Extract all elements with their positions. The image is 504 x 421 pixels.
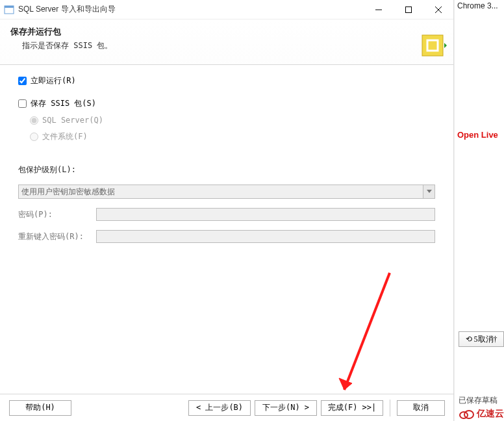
window-title: SQL Server 导入和导出向导 <box>18 4 364 15</box>
protection-row: 包保护级别(L): <box>18 164 435 175</box>
protection-label: 包保护级别(L): <box>18 164 93 175</box>
wizard-header: 保存并运行包 指示是否保存 SSIS 包。 <box>0 19 453 65</box>
wizard-body: 立即运行(R) 保存 SSIS 包(S) SQL Server(Q) 文件系统(… <box>0 65 453 243</box>
help-button[interactable]: 帮助(H) <box>9 400 71 416</box>
run-now-checkbox[interactable] <box>18 77 27 85</box>
filesystem-radio-row: 文件系统(F) <box>30 131 435 142</box>
filesystem-radio <box>30 133 38 141</box>
titlebar: SQL Server 导入和导出向导 <box>0 0 453 19</box>
svg-point-13 <box>464 411 473 418</box>
svg-marker-9 <box>427 190 432 193</box>
svg-marker-8 <box>444 43 447 48</box>
password-row: 密码(P): <box>18 208 435 221</box>
password-label: 密码(P): <box>18 209 96 220</box>
package-icon <box>418 31 447 60</box>
separator <box>390 400 390 416</box>
back-button[interactable]: < 上一步(B) <box>188 400 251 416</box>
wizard-footer: 帮助(H) < 上一步(B) 下一步(N) > 完成(F) >>| 取消 <box>0 394 454 421</box>
svg-rect-6 <box>422 35 443 56</box>
next-button[interactable]: 下一步(N) > <box>255 400 317 416</box>
chevron-down-icon <box>423 185 435 198</box>
protection-dropdown: 使用用户密钥加密敏感数据 <box>18 185 435 199</box>
background-page: Chrome 3... Open Live ⟲ 5取消† 已保存草稿 亿速云 <box>454 0 504 421</box>
undo-button[interactable]: ⟲ 5取消† <box>459 331 504 347</box>
protection-dropdown-row: 使用用户密钥加密敏感数据 <box>18 185 435 199</box>
password-input <box>96 208 435 221</box>
wizard-window: SQL Server 导入和导出向导 保存并运行包 指示是否保存 SSIS 包。 <box>0 0 454 421</box>
cancel-button[interactable]: 取消 <box>397 400 445 416</box>
maximize-button[interactable] <box>394 0 423 19</box>
save-ssis-checkbox[interactable] <box>18 99 27 108</box>
window-controls <box>364 0 453 19</box>
cloud-icon <box>459 409 474 419</box>
page-title: 保存并运行包 <box>10 26 443 38</box>
sqlserver-radio <box>30 116 38 125</box>
save-ssis-label: 保存 SSIS 包(S) <box>31 98 96 109</box>
run-now-checkbox-row[interactable]: 立即运行(R) <box>18 75 435 86</box>
svg-rect-3 <box>406 6 412 12</box>
close-button[interactable] <box>423 0 453 19</box>
minimize-button[interactable] <box>364 0 394 19</box>
logo-text: 亿速云 <box>477 408 504 420</box>
page-subtitle: 指示是否保存 SSIS 包。 <box>22 40 443 51</box>
chrome-tab[interactable]: Chrome 3... <box>455 0 504 12</box>
retype-password-row: 重新键入密码(R): <box>18 230 435 243</box>
svg-rect-1 <box>5 6 14 8</box>
finish-button[interactable]: 完成(F) >>| <box>321 400 383 416</box>
protection-value: 使用用户密钥加密敏感数据 <box>21 186 115 198</box>
save-ssis-checkbox-row[interactable]: 保存 SSIS 包(S) <box>18 98 435 109</box>
sqlserver-radio-row: SQL Server(Q) <box>30 116 435 125</box>
site-logo[interactable]: 亿速云 <box>459 408 504 420</box>
retype-password-input <box>96 230 435 243</box>
run-now-label: 立即运行(R) <box>31 75 76 86</box>
open-live-link[interactable]: Open Live <box>457 130 498 140</box>
filesystem-radio-label: 文件系统(F) <box>42 131 88 142</box>
sqlserver-radio-label: SQL Server(Q) <box>42 116 103 125</box>
retype-password-label: 重新键入密码(R): <box>18 231 96 242</box>
app-icon <box>4 5 14 15</box>
saved-draft-text: 已保存草稿 <box>459 395 498 406</box>
